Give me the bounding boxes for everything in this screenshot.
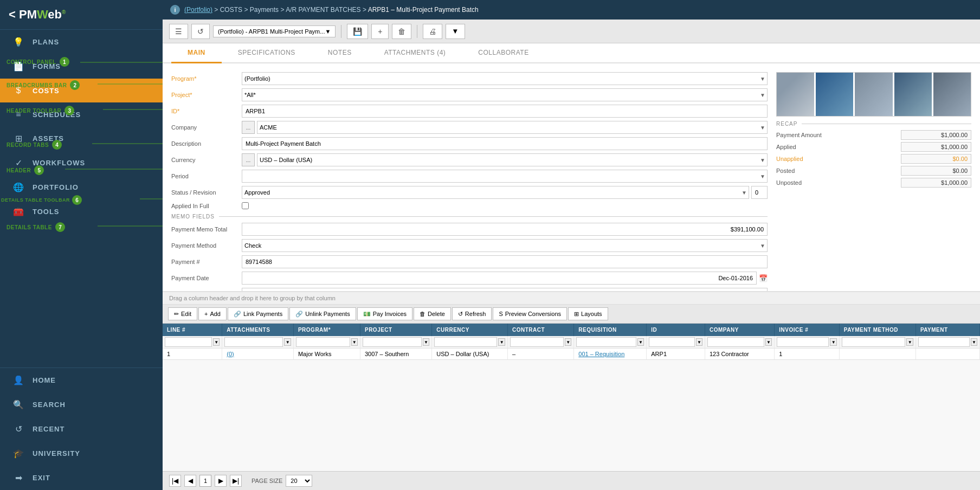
record-dropdown[interactable]: (Portfolio) - ARPB1 Multi-Project Paym..… — [213, 25, 336, 37]
program-select[interactable]: (Portfolio) — [242, 72, 768, 85]
add-btn[interactable]: + — [371, 24, 389, 39]
filter-payment-btn[interactable]: ▼ — [971, 338, 977, 346]
prev-page-btn[interactable]: ◀ — [184, 475, 196, 487]
filter-line-input[interactable] — [165, 337, 212, 347]
info-icon[interactable]: i — [170, 5, 180, 15]
save-btn[interactable]: 💾 — [347, 24, 368, 39]
id-input[interactable] — [242, 105, 768, 118]
filter-project-input[interactable] — [363, 337, 422, 347]
payment-memo-input[interactable] — [242, 223, 768, 236]
period-select[interactable] — [242, 170, 768, 183]
requisition-link[interactable]: 001 – Requisition — [578, 351, 624, 357]
filter-line-btn[interactable]: ▼ — [213, 338, 220, 346]
sidebar-item-workflows[interactable]: ✓ WORKFLOWS — [0, 151, 163, 175]
sidebar-item-tools[interactable]: 🧰 TOOLS — [0, 199, 163, 224]
sidebar-item-label: HOME — [33, 376, 56, 384]
status-label: Status / Revision — [171, 189, 242, 196]
filter-payment-input[interactable] — [918, 337, 970, 347]
tab-collaborate[interactable]: COLLABORATE — [462, 43, 545, 63]
sidebar-item-exit[interactable]: ➡ EXIT — [0, 466, 163, 490]
filter-id-input[interactable] — [649, 337, 695, 347]
filter-row: ▼ ▼ ▼ ▼ ▼ — [163, 336, 980, 349]
calendar-icon[interactable]: 📅 — [759, 274, 768, 282]
filter-program-btn[interactable]: ▼ — [351, 338, 358, 346]
sidebar-item-university[interactable]: 🎓 UNIVERSITY — [0, 441, 163, 466]
filter-invoice-input[interactable] — [777, 337, 829, 347]
filter-req-input[interactable] — [576, 337, 636, 347]
cell-id: ARP1 — [647, 349, 705, 360]
status-select[interactable]: Approved — [242, 186, 749, 199]
filter-pm-btn[interactable]: ▼ — [906, 338, 913, 346]
refresh-btn[interactable]: ↺ Refresh — [452, 307, 492, 320]
filter-attach-btn[interactable]: ▼ — [284, 338, 291, 346]
cell-project: 3007 – Southern — [360, 349, 431, 360]
revision-input[interactable] — [751, 186, 768, 199]
sidebar-item-forms[interactable]: 📄 FORMS — [0, 54, 163, 79]
filter-contract-input[interactable] — [510, 337, 564, 347]
next-page-btn[interactable]: ▶ — [215, 475, 227, 487]
filter-attach-input[interactable] — [224, 337, 283, 347]
layouts-btn[interactable]: ⊞ Layouts — [568, 307, 608, 320]
filter-currency-btn[interactable]: ▼ — [498, 338, 505, 346]
first-page-btn[interactable]: |◀ — [169, 475, 181, 487]
tab-notes[interactable]: NOTES — [312, 43, 368, 63]
filter-invoice-btn[interactable]: ▼ — [830, 338, 836, 346]
currency-select[interactable]: USD – Dollar (USA) — [257, 153, 768, 166]
currency-ellipsis-btn[interactable]: ... — [242, 153, 255, 166]
payment-method-select[interactable]: Check — [242, 239, 768, 252]
unlink-payments-btn[interactable]: 🔗 Unlink Payments — [289, 307, 356, 320]
payment-num-input[interactable] — [242, 255, 768, 268]
edit-btn[interactable]: ✏ Edit — [168, 307, 197, 320]
delete-row-btn[interactable]: 🗑 Delete — [414, 307, 451, 320]
recap-unapplied: Unapplied $0.00 — [776, 154, 971, 164]
recap-unapplied-label: Unapplied — [776, 156, 901, 162]
sidebar-item-plans[interactable]: 💡 PLANS — [0, 30, 163, 54]
add-row-btn[interactable]: + Add — [198, 307, 227, 320]
filter-req-btn[interactable]: ▼ — [637, 338, 644, 346]
recap-title: RECAP — [776, 121, 971, 127]
currency-field-wrapper: ... USD – Dollar (USA) ▼ — [242, 153, 768, 166]
breadcrumb-portfolio[interactable]: (Portfolio) — [184, 6, 212, 14]
sidebar-item-portfolio[interactable]: 🌐 PORTFOLIO — [0, 175, 163, 199]
tab-attachments[interactable]: ATTACHMENTS (4) — [368, 43, 462, 63]
sidebar-item-assets[interactable]: ⊞ ASSETS — [0, 126, 163, 151]
page-size-select[interactable]: 20 50 100 — [286, 475, 312, 487]
sidebar-item-label: WORKFLOWS — [33, 159, 85, 167]
page-number-input[interactable] — [199, 475, 211, 487]
sidebar-item-schedules[interactable]: ≡ SCHEDULES — [0, 102, 163, 126]
filter-currency-input[interactable] — [434, 337, 497, 347]
delete-btn[interactable]: 🗑 — [392, 24, 411, 39]
filter-pm-input[interactable] — [842, 337, 906, 347]
filter-project-btn[interactable]: ▼ — [423, 338, 429, 346]
last-page-btn[interactable]: ▶| — [230, 475, 242, 487]
print-btn[interactable]: 🖨 — [423, 24, 442, 39]
description-input[interactable] — [242, 137, 768, 150]
pagination: |◀ ◀ ▶ ▶| PAGE SIZE 20 50 100 — [163, 471, 980, 490]
applied-full-checkbox[interactable] — [242, 202, 249, 209]
link-payments-btn[interactable]: 🔗 Link Payments — [228, 307, 288, 320]
payment-date-input[interactable] — [242, 272, 757, 285]
sidebar-item-search[interactable]: 🔍 SEARCH — [0, 392, 163, 417]
sidebar-item-recent[interactable]: ↺ RECENT — [0, 417, 163, 441]
project-select[interactable]: *All* — [242, 88, 768, 101]
type-select[interactable]: Payment Batch Tn — [242, 288, 768, 291]
company-select[interactable]: ACME — [257, 121, 768, 134]
sidebar-item-costs[interactable]: $ COSTS — [0, 79, 163, 102]
tab-specifications[interactable]: SPECIFICATIONS — [222, 43, 312, 63]
program-row: Program* (Portfolio) ▼ — [171, 72, 768, 85]
pay-invoices-btn[interactable]: 💵 Pay Invoices — [357, 307, 412, 320]
history-btn[interactable]: ↺ — [191, 24, 210, 39]
filter-id-btn[interactable]: ▼ — [696, 338, 702, 346]
print-dropdown-btn[interactable]: ▼ — [446, 24, 465, 39]
filter-program-input[interactable] — [296, 337, 350, 347]
filter-payment: ▼ — [915, 336, 979, 349]
tab-main[interactable]: MAIN — [171, 43, 222, 63]
company-ellipsis-btn[interactable]: ... — [242, 121, 255, 134]
menu-btn[interactable]: ☰ — [169, 24, 188, 39]
attachments-link[interactable]: (0) — [227, 351, 234, 357]
preview-conversions-btn[interactable]: S Preview Conversions — [493, 307, 567, 320]
sidebar-item-home[interactable]: 👤 HOME — [0, 368, 163, 392]
filter-company-btn[interactable]: ▼ — [765, 338, 772, 346]
filter-company-input[interactable] — [707, 337, 764, 347]
filter-contract-btn[interactable]: ▼ — [565, 338, 571, 346]
